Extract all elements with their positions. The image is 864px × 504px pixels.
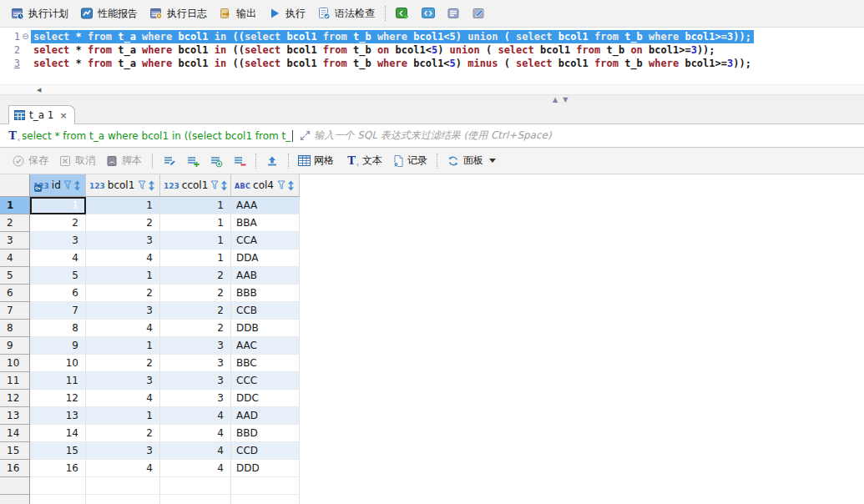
row-number[interactable]: 1 <box>0 197 30 214</box>
table-cell[interactable]: 4 <box>160 425 231 442</box>
table-cell[interactable]: AAB <box>231 267 300 285</box>
table-cell[interactable]: DDB <box>231 320 300 337</box>
document-lines-button[interactable] <box>441 4 466 23</box>
table-row[interactable]: 7732CCB <box>0 302 864 320</box>
table-row[interactable]: 131314AAD <box>0 407 864 425</box>
code-line[interactable]: 1⊖select * from t_a where bcol1 in ((sel… <box>0 30 864 43</box>
grid-corner-cell[interactable] <box>0 174 30 197</box>
table-cell[interactable]: 4 <box>86 320 160 337</box>
script-button[interactable]: 脚本 <box>100 151 147 170</box>
row-number[interactable]: 15 <box>0 442 30 460</box>
table-cell[interactable]: 4 <box>160 442 231 460</box>
table-cell[interactable]: 4 <box>86 460 160 477</box>
output-button[interactable]: 输出 <box>213 4 262 23</box>
table-cell[interactable]: 1 <box>160 197 231 214</box>
save-button[interactable]: 保存 <box>7 151 53 170</box>
row-number[interactable]: 5 <box>0 267 30 285</box>
row-number[interactable]: 14 <box>0 425 30 442</box>
table-cell[interactable]: DDA <box>231 249 300 267</box>
editor-hscrollbar[interactable]: ◀ <box>0 84 864 94</box>
table-cell[interactable]: 3 <box>160 372 231 390</box>
table-cell[interactable]: 1 <box>86 337 160 355</box>
table-cell[interactable]: 1 <box>86 267 160 285</box>
row-number[interactable]: 16 <box>0 460 30 477</box>
row-number[interactable]: 4 <box>0 249 30 267</box>
table-cell[interactable]: 4 <box>86 249 160 267</box>
table-cell[interactable]: 1 <box>160 249 231 267</box>
table-cell[interactable]: AAA <box>231 197 300 214</box>
table-cell[interactable]: 6 <box>30 285 86 302</box>
row-number[interactable]: 2 <box>0 214 30 232</box>
row-number[interactable]: 8 <box>0 320 30 337</box>
table-cell[interactable]: 3 <box>86 232 160 249</box>
scroll-left-icon[interactable]: ◀ <box>37 87 41 93</box>
table-cell[interactable]: AAD <box>231 407 300 425</box>
table-row[interactable]: 101023BBC <box>0 355 864 372</box>
table-cell[interactable]: 1 <box>30 197 86 214</box>
table-cell[interactable]: 4 <box>30 249 86 267</box>
table-cell[interactable]: 9 <box>30 337 86 355</box>
execution-log-button[interactable]: 执行日志 <box>144 4 213 23</box>
table-row[interactable]: 111133CCC <box>0 372 864 390</box>
table-cell[interactable]: 10 <box>30 355 86 372</box>
table-cell[interactable]: 11 <box>30 372 86 390</box>
table-cell[interactable]: CCD <box>231 442 300 460</box>
table-cell[interactable]: 14 <box>30 425 86 442</box>
table-cell[interactable]: 15 <box>30 442 86 460</box>
performance-report-button[interactable]: 性能报告 <box>74 4 144 23</box>
table-cell[interactable]: 1 <box>86 197 160 214</box>
code-line[interactable]: 2select * from t_a where bcol1 in ((sele… <box>0 43 864 57</box>
edit-button[interactable] <box>466 4 491 23</box>
table-cell[interactable]: 1 <box>86 407 160 425</box>
add-row-button[interactable] <box>181 152 205 170</box>
syntax-check-button[interactable]: 语法检查 <box>311 4 381 23</box>
table-cell[interactable]: 8 <box>30 320 86 337</box>
row-number[interactable]: 13 <box>0 407 30 425</box>
table-cell[interactable]: 3 <box>160 390 231 407</box>
table-row[interactable]: 121243DDC <box>0 390 864 407</box>
column-header-bcol1[interactable]: 123 bcol1 <box>86 174 160 197</box>
sash-collapse-icons[interactable]: ▲▼ <box>553 96 573 103</box>
table-row[interactable]: 3331CCA <box>0 232 864 249</box>
row-number[interactable]: 10 <box>0 355 30 372</box>
table-cell[interactable]: 16 <box>30 460 86 477</box>
table-cell[interactable]: CCB <box>231 302 300 320</box>
table-cell[interactable]: BBD <box>231 425 300 442</box>
sort-icon[interactable] <box>220 180 228 191</box>
row-number[interactable]: 12 <box>0 390 30 407</box>
export-button[interactable] <box>260 152 284 170</box>
table-cell[interactable]: 1 <box>160 232 231 249</box>
table-row[interactable]: 4441DDA <box>0 249 864 267</box>
snippet-add-button[interactable] <box>390 4 416 23</box>
code-line[interactable]: 3select * from t_a where bcol1 in ((sele… <box>0 57 864 70</box>
table-cell[interactable]: 2 <box>86 214 160 232</box>
table-cell[interactable]: 4 <box>160 460 231 477</box>
table-cell[interactable]: DDD <box>231 460 300 477</box>
fold-marker-icon[interactable]: ⊖ <box>20 30 31 43</box>
table-row[interactable]: 6622BBB <box>0 285 864 302</box>
filter-bar[interactable]: T‹ select * from t_a where bcol1 in ((se… <box>0 124 864 148</box>
table-cell[interactable]: 3 <box>30 232 86 249</box>
delete-row-button[interactable] <box>228 152 251 170</box>
table-row[interactable]: 1111AAA <box>0 197 864 214</box>
grid-view-button[interactable]: 网格 <box>293 151 339 170</box>
sort-icon[interactable] <box>148 180 155 191</box>
table-cell[interactable]: 2 <box>160 285 231 302</box>
execution-plan-button[interactable]: 执行计划 <box>5 4 74 23</box>
sql-editor[interactable]: 1⊖select * from t_a where bcol1 in ((sel… <box>0 28 864 84</box>
table-cell[interactable]: 2 <box>160 320 231 337</box>
filter-icon[interactable] <box>277 180 286 190</box>
record-view-button[interactable]: 记录 <box>387 151 432 170</box>
table-cell[interactable]: 4 <box>86 390 160 407</box>
row-number[interactable]: 6 <box>0 285 30 302</box>
table-cell[interactable]: 1 <box>160 214 231 232</box>
row-number[interactable]: 11 <box>0 372 30 390</box>
table-cell[interactable]: CCC <box>231 372 300 390</box>
tab-t-a-1[interactable]: t_a 1 × <box>8 105 75 124</box>
table-cell[interactable]: 2 <box>160 267 231 285</box>
sort-icon[interactable] <box>73 180 81 191</box>
table-cell[interactable]: 3 <box>86 372 160 390</box>
table-cell[interactable]: 13 <box>30 407 86 425</box>
column-header-id[interactable]: 123 id <box>30 174 86 197</box>
filter-icon[interactable] <box>210 180 220 190</box>
